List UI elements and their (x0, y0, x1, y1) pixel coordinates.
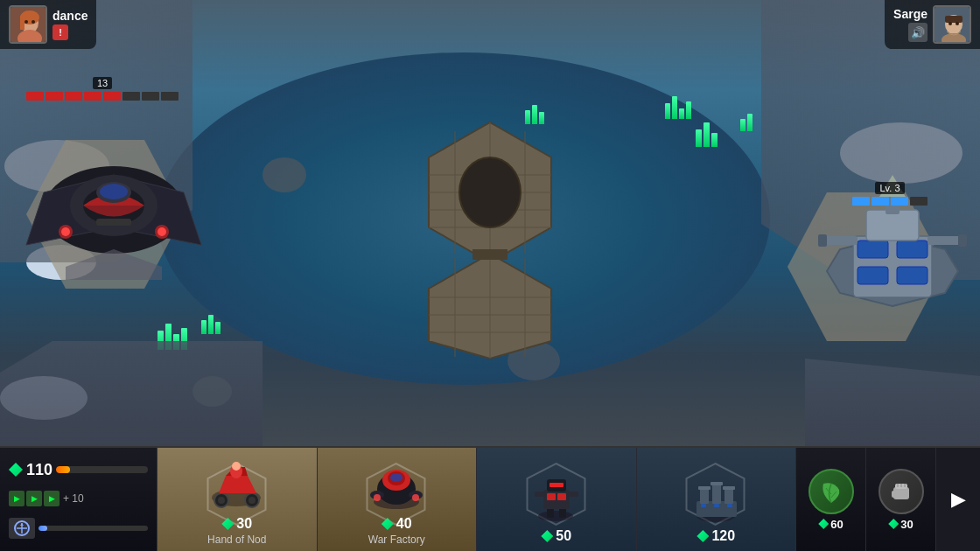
plus-resource-label: + 10 (63, 492, 84, 505)
enemy-unit[interactable] (805, 149, 980, 324)
special-green-icon (808, 469, 854, 514)
cost-crystal-icon-2 (382, 518, 394, 530)
svg-rect-35 (897, 267, 928, 284)
svg-point-62 (248, 497, 256, 504)
svg-rect-28 (96, 219, 131, 226)
svg-rect-53 (945, 16, 962, 23)
notification-badge[interactable]: ! (52, 24, 68, 40)
crystal-cluster (740, 114, 752, 131)
svg-point-54 (948, 22, 952, 25)
resource-bar-fill (56, 466, 70, 473)
cost-crystal-icon-4 (696, 530, 709, 542)
rock-1 (262, 157, 306, 192)
move-icon[interactable] (9, 518, 35, 539)
card-hand-of-nod[interactable]: 30 Hand of Nod (158, 448, 318, 551)
crystal-cluster (665, 96, 691, 119)
rock-3 (192, 376, 232, 407)
center-structure (402, 114, 578, 359)
hand-of-nod-image (206, 456, 268, 513)
special-fist-cost: 30 (888, 518, 913, 531)
cost-crystal-icon-5 (818, 519, 829, 529)
enemy-level-badge: Lv. 3 (875, 182, 904, 194)
card-3-cost: 50 (541, 528, 571, 544)
player-health-bar: 13 (26, 77, 178, 101)
player-avatar (9, 5, 47, 44)
svg-rect-81 (557, 493, 566, 500)
svg-rect-40 (928, 236, 962, 245)
player-unit[interactable] (18, 105, 210, 280)
special-fist-icon (878, 469, 924, 514)
nav-arrow-button[interactable]: ▶ (936, 448, 980, 551)
card-4-image (685, 468, 746, 525)
player-name: dance (52, 9, 88, 23)
action-bar: 110 ▶ ▶ ▶ + 10 (0, 446, 980, 551)
svg-point-73 (412, 494, 419, 501)
card-4[interactable]: 120 (637, 448, 797, 551)
svg-rect-33 (897, 241, 928, 258)
svg-rect-91 (724, 488, 733, 504)
player-level-badge: 13 (93, 77, 112, 89)
card-3-image (526, 468, 587, 525)
cost-crystal-icon-3 (541, 530, 553, 542)
svg-point-27 (158, 227, 166, 236)
terrain-bottom-right (805, 359, 980, 446)
card-label-war-factory: War Factory (368, 534, 425, 546)
svg-rect-47 (20, 16, 24, 30)
svg-rect-41 (818, 234, 827, 247)
arrow-btn-3[interactable]: ▶ (44, 491, 60, 506)
arrow-btn-2[interactable]: ▶ (26, 491, 42, 506)
crystal-icon (9, 463, 23, 477)
war-factory-image (366, 456, 427, 513)
secondary-bar (38, 526, 148, 531)
special-card-green[interactable]: 60 (796, 448, 866, 551)
cost-value: 30 (236, 516, 252, 532)
svg-point-49 (32, 20, 35, 24)
card-4-cost: 120 (696, 528, 735, 544)
card-label-hand-of-nod: Hand of Nod (207, 534, 266, 546)
crystal-cluster (201, 315, 220, 334)
nav-arrow-icon: ▶ (951, 488, 966, 511)
cost-crystal-icon (221, 518, 234, 530)
svg-point-72 (374, 494, 381, 501)
svg-rect-93 (710, 482, 723, 485)
svg-rect-89 (700, 488, 709, 504)
svg-point-23 (100, 184, 128, 199)
svg-point-60 (218, 497, 225, 504)
svg-rect-84 (535, 492, 545, 497)
svg-rect-94 (723, 486, 735, 490)
svg-rect-90 (712, 484, 721, 504)
special-green-cost: 60 (818, 518, 843, 531)
crystal-resource-row: 110 (9, 461, 148, 479)
enemy-health-bar: Lv. 3 (852, 182, 928, 206)
svg-rect-96 (714, 504, 719, 507)
svg-rect-97 (727, 504, 732, 507)
svg-point-74 (390, 473, 402, 482)
svg-point-48 (24, 20, 28, 24)
resource-bar (56, 466, 148, 473)
special-fist-cost-value: 30 (900, 518, 913, 531)
battlefield: 13 (0, 0, 980, 446)
hand-of-nod-cost: 30 (221, 516, 252, 532)
svg-rect-36 (866, 210, 919, 241)
card-war-factory[interactable]: 40 War Factory (318, 448, 478, 551)
cost-crystal-icon-6 (888, 519, 899, 529)
svg-rect-85 (568, 492, 578, 497)
svg-point-55 (956, 22, 959, 25)
cost-value-3: 50 (556, 528, 571, 544)
action-arrows: ▶ ▶ ▶ (9, 491, 60, 506)
card-3[interactable]: 50 (477, 448, 637, 551)
arrow-btn-1[interactable]: ▶ (9, 491, 24, 506)
cost-value-2: 40 (396, 516, 412, 532)
svg-rect-39 (822, 236, 858, 245)
enemy-name: Sarge (893, 7, 928, 21)
svg-rect-16 (472, 249, 508, 260)
player-hud: dance ! (0, 0, 96, 49)
svg-rect-42 (958, 234, 967, 247)
special-card-fist[interactable]: 30 (866, 448, 936, 551)
svg-marker-29 (66, 249, 162, 280)
svg-point-25 (61, 227, 70, 236)
sound-button[interactable]: 🔊 (908, 23, 928, 42)
war-factory-cost: 40 (382, 516, 412, 532)
action-row: ▶ ▶ ▶ + 10 (9, 491, 148, 506)
svg-point-76 (538, 511, 573, 521)
